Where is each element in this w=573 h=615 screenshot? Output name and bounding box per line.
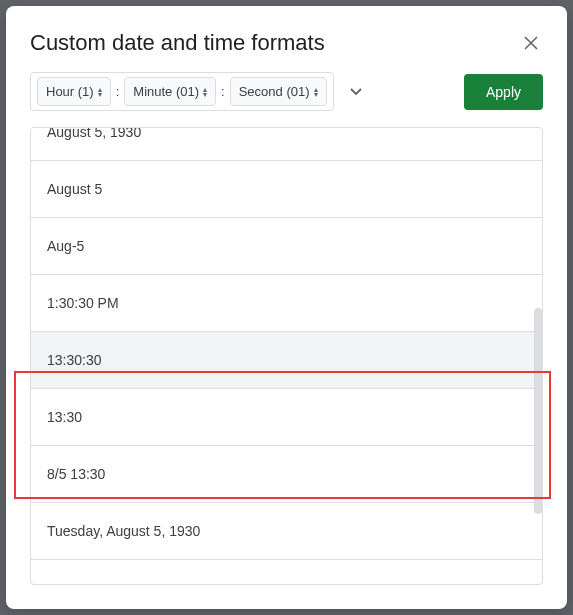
format-list-item[interactable]: August 5, 1930 xyxy=(31,127,542,161)
minute-token-label: Minute (01) xyxy=(133,84,199,99)
format-list-item[interactable]: 13:30:30 xyxy=(31,332,542,389)
close-button[interactable] xyxy=(519,31,543,55)
format-list-item[interactable]: Aug-5 xyxy=(31,218,542,275)
apply-button[interactable]: Apply xyxy=(464,74,543,110)
expand-tokens-button[interactable] xyxy=(342,75,370,109)
format-list-item[interactable]: 8/5 13:30 xyxy=(31,446,542,503)
format-list-container: August 5, 1930August 5Aug-51:30:30 PM13:… xyxy=(30,127,543,585)
stepper-icon: ▴▾ xyxy=(203,87,207,97)
dialog-header: Custom date and time formats xyxy=(6,6,567,72)
close-icon xyxy=(524,36,538,50)
chevron-down-icon xyxy=(350,88,362,96)
format-list-item[interactable]: 13:30 xyxy=(31,389,542,446)
format-list-item[interactable]: August 5 xyxy=(31,161,542,218)
format-token-group: Hour (1) ▴▾ : Minute (01) ▴▾ : Second (0… xyxy=(30,72,334,111)
custom-datetime-dialog: Custom date and time formats Hour (1) ▴▾… xyxy=(6,6,567,609)
hour-token-label: Hour (1) xyxy=(46,84,94,99)
format-toolbar: Hour (1) ▴▾ : Minute (01) ▴▾ : Second (0… xyxy=(6,72,567,127)
token-separator: : xyxy=(220,84,226,99)
second-token[interactable]: Second (01) ▴▾ xyxy=(230,77,327,106)
second-token-label: Second (01) xyxy=(239,84,310,99)
stepper-icon: ▴▾ xyxy=(314,87,318,97)
stepper-icon: ▴▾ xyxy=(98,87,102,97)
dialog-title: Custom date and time formats xyxy=(30,30,325,56)
token-separator: : xyxy=(115,84,121,99)
format-list-item[interactable]: Tuesday, August 5, 1930 xyxy=(31,503,542,560)
scrollbar-thumb[interactable] xyxy=(534,308,542,514)
format-list-item[interactable]: 1:30:30 PM xyxy=(31,275,542,332)
format-list[interactable]: August 5, 1930August 5Aug-51:30:30 PM13:… xyxy=(31,127,542,560)
minute-token[interactable]: Minute (01) ▴▾ xyxy=(124,77,216,106)
hour-token[interactable]: Hour (1) ▴▾ xyxy=(37,77,111,106)
